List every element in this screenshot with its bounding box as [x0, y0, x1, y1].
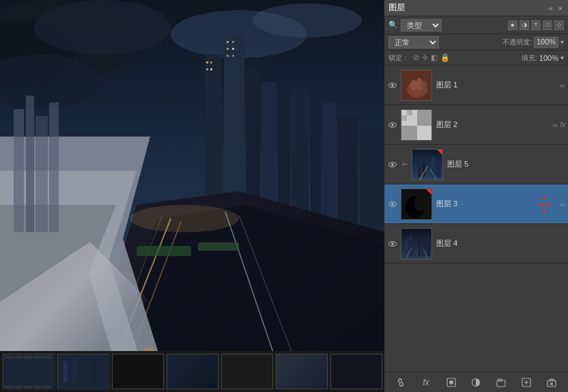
layer-item-5[interactable]: ⊢: [384, 145, 568, 184]
svg-rect-77: [427, 242, 430, 256]
panel-controls: « ×: [547, 4, 564, 12]
layer-1-name: 图层 1: [436, 80, 556, 90]
layer-1-thumb: [401, 70, 432, 101]
svg-rect-76: [422, 237, 425, 256]
panel-footer: fx: [384, 372, 568, 392]
svg-line-80: [399, 381, 402, 384]
svg-rect-45: [26, 96, 34, 232]
svg-rect-103: [33, 386, 42, 389]
layer-2-visibility[interactable]: [387, 120, 398, 130]
svg-point-3: [34, 0, 171, 55]
delete-layer-button[interactable]: [544, 375, 559, 390]
filmstrip-thumb-6[interactable]: [276, 354, 328, 389]
svg-point-52: [421, 81, 427, 90]
layer-2-link-icon[interactable]: ∞: [552, 121, 558, 129]
filter-smartobj-icon[interactable]: ◇: [554, 20, 564, 30]
filter-row: 🔍 类型 ■ ◑ T □ ◇: [384, 16, 568, 34]
opacity-label: 不透明度:: [502, 38, 532, 47]
filmstrip: [0, 351, 384, 392]
layer-5-red-corner: [437, 150, 442, 155]
canvas-area: [0, 0, 386, 392]
svg-rect-57: [417, 110, 432, 126]
opacity-value: 100%: [534, 37, 558, 48]
close-button[interactable]: ×: [557, 4, 564, 12]
add-mask-button[interactable]: [444, 375, 459, 390]
add-fx-button[interactable]: fx: [418, 375, 434, 390]
svg-rect-99: [43, 356, 51, 359]
filter-shape-icon[interactable]: □: [543, 20, 552, 30]
filter-text-icon[interactable]: T: [531, 20, 541, 30]
svg-rect-26: [232, 55, 234, 57]
blend-mode-select[interactable]: 正常: [388, 36, 439, 48]
svg-rect-55: [417, 126, 432, 141]
svg-rect-25: [227, 55, 229, 57]
layer-4-visibility[interactable]: [387, 238, 398, 249]
svg-rect-98: [33, 356, 42, 359]
filmstrip-thumb-4[interactable]: [167, 354, 218, 389]
filmstrip-thumb-3[interactable]: [112, 354, 164, 389]
lock-move-icon[interactable]: ✛: [422, 53, 428, 62]
svg-point-71: [414, 195, 427, 211]
layer-3-thumb: [401, 188, 432, 220]
filmstrip-thumb-5[interactable]: [221, 354, 273, 389]
layer-5-visibility[interactable]: [387, 159, 398, 170]
svg-rect-107: [72, 358, 77, 382]
fx-label: fx: [423, 378, 429, 387]
filter-adjustment-icon[interactable]: ◑: [520, 20, 529, 30]
add-group-button[interactable]: [494, 375, 509, 390]
filter-type-select[interactable]: 类型: [401, 19, 442, 31]
filmstrip-thumb-7[interactable]: [330, 354, 382, 389]
layer-2-fx-badge: fx: [560, 121, 565, 128]
add-link-button[interactable]: [393, 375, 408, 390]
fill-label: 填充:: [522, 53, 537, 63]
opacity-arrow[interactable]: ▾: [560, 38, 564, 46]
filter-pixel-icon[interactable]: ■: [508, 20, 517, 30]
new-layer-button[interactable]: [519, 375, 534, 390]
fill-arrow[interactable]: ▾: [560, 54, 564, 61]
filmstrip-thumb-1[interactable]: [3, 354, 55, 389]
add-adjustment-button[interactable]: [468, 375, 483, 390]
lock-row: 锁定： ⊘ ✛ ◧ 🔒 填充: 100% ▾: [384, 51, 568, 66]
layer-item-2[interactable]: 图层 2 ∞ fx: [384, 105, 568, 145]
svg-rect-100: [5, 386, 13, 389]
lock-all-icon[interactable]: 🔒: [440, 53, 450, 62]
move-arrows: ▲ ◄ ► ▼: [537, 193, 552, 214]
svg-rect-43: [198, 242, 239, 251]
svg-point-82: [449, 380, 453, 384]
svg-rect-20: [210, 68, 212, 70]
layer-3-link-icon[interactable]: ∞: [560, 200, 565, 208]
svg-rect-97: [24, 356, 32, 359]
svg-rect-74: [409, 236, 412, 256]
svg-rect-44: [14, 109, 24, 232]
layer-2-thumb: [401, 109, 432, 141]
lock-artboard-icon[interactable]: ◧: [431, 53, 438, 62]
svg-point-34: [130, 205, 239, 232]
search-icon: 🔍: [388, 20, 398, 29]
fill-value: 100%: [539, 54, 558, 62]
svg-rect-96: [14, 356, 23, 359]
layer-3-visibility[interactable]: [387, 199, 398, 210]
layer-item-3[interactable]: 图层 3 ∞ ▲ ◄ ► ▼: [384, 184, 568, 224]
layer-1-visibility[interactable]: [387, 80, 398, 91]
filmstrip-thumb-2[interactable]: [57, 354, 109, 389]
eye-icon-4: [388, 241, 397, 247]
svg-rect-102: [24, 386, 32, 389]
lock-label: 锁定：: [388, 53, 409, 63]
svg-rect-22: [232, 41, 234, 43]
layer-item-1[interactable]: 图层 1 ∞: [384, 66, 568, 105]
layer-item-4[interactable]: 图层 4: [384, 224, 568, 264]
layer-2-info: 图层 2: [435, 120, 550, 130]
svg-rect-19: [206, 68, 208, 70]
svg-rect-46: [36, 116, 48, 232]
svg-rect-59: [407, 110, 412, 115]
svg-rect-66: [418, 167, 421, 177]
lock-pixel-icon[interactable]: ⊘: [413, 53, 419, 62]
panel-header: 图层 « ×: [384, 0, 568, 16]
svg-rect-17: [206, 61, 208, 64]
svg-rect-64: [436, 160, 440, 177]
layer-2-name: 图层 2: [436, 120, 548, 130]
layer-1-link-icon[interactable]: ∞: [560, 81, 565, 89]
filter-icons: ■ ◑ T □ ◇: [508, 20, 564, 30]
panel-title: 图层: [388, 2, 405, 14]
collapse-button[interactable]: «: [547, 4, 554, 12]
